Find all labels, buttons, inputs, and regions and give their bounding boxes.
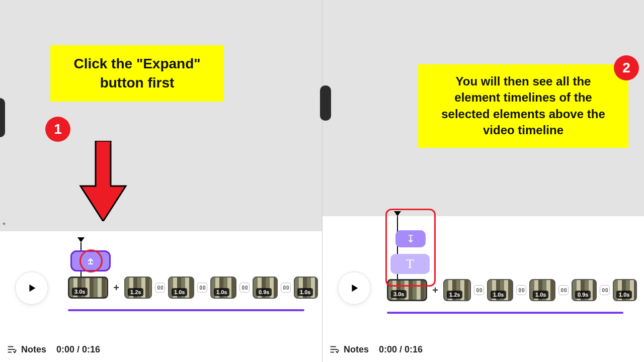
timeline-clip[interactable]: 1.0s [168, 277, 194, 299]
svg-marker-7 [352, 285, 358, 292]
annotation-arrow-down [78, 141, 128, 221]
timeline-clip[interactable]: 3.0s [387, 279, 427, 301]
notes-icon [6, 344, 17, 355]
notes-label: Notes [21, 344, 46, 355]
play-button[interactable] [15, 272, 48, 305]
expand-button[interactable] [70, 250, 111, 272]
time-display: 0:00 / 0:16 [379, 344, 423, 355]
notes-icon [329, 344, 340, 355]
notes-button[interactable]: Notes [329, 344, 369, 355]
transition-icon[interactable]: 0 0 [197, 283, 207, 293]
step-badge: 2 [614, 55, 639, 80]
step-badge: 1 [45, 117, 70, 142]
callout-text: You will then see all the element timeli… [441, 74, 605, 137]
svg-marker-0 [80, 141, 126, 221]
play-icon [26, 283, 37, 294]
svg-marker-2 [29, 285, 35, 292]
callout-box: Click the "Expand" button first [50, 45, 224, 102]
transition-icon[interactable]: 0 0 [281, 283, 291, 293]
timeline-clip[interactable]: 1.2s [124, 277, 152, 299]
time-display: 0:00 / 0:16 [56, 344, 100, 355]
expand-icon [86, 256, 96, 266]
transition-icon[interactable]: 0 0 [600, 285, 610, 295]
timeline-clip[interactable]: 0.9s [253, 277, 278, 299]
notes-button[interactable]: Notes [6, 344, 46, 355]
callout-text: Click the "Expand" button first [73, 56, 200, 90]
text-icon: T [406, 256, 414, 272]
collapse-icon: ↧ [407, 233, 415, 245]
play-icon [349, 283, 360, 294]
tutorial-panel-1: ◂ Click the "Expand" button first 1 3.0s… [0, 0, 322, 362]
canvas-area: ◂ [0, 0, 322, 229]
highlight-box [385, 209, 436, 287]
transition-icon[interactable]: 0 0 [558, 285, 569, 295]
timeline-area: ↧ T 3.0s + 1.2s 0 0 1.0s 0 0 1.0s 0 0 0.… [323, 216, 644, 362]
side-panel-toggle[interactable] [0, 98, 5, 137]
timeline-clip[interactable]: 1.0s [487, 279, 513, 301]
timeline-clips[interactable]: 3.0s + 1.2s 0 0 1.0s 0 0 1.0s 0 0 0.9s 0… [387, 279, 637, 301]
transition-icon[interactable]: 0 0 [516, 285, 526, 295]
text-element-track[interactable]: T [390, 254, 430, 274]
footer-bar: Notes 0:00 / 0:16 [329, 344, 423, 355]
timeline-clip[interactable]: 1.0s [613, 279, 637, 301]
timeline-clip[interactable]: 1.2s [443, 279, 471, 301]
add-clip-button[interactable]: + [111, 283, 121, 293]
play-button[interactable] [338, 272, 371, 305]
timeline-clip[interactable]: 1.0s [529, 279, 555, 301]
timeline-clip[interactable]: 1.0s [210, 277, 236, 299]
notes-label: Notes [344, 344, 369, 355]
side-panel-toggle[interactable] [320, 85, 331, 121]
scroll-left-icon: ◂ [2, 220, 5, 227]
callout-box: You will then see all the element timeli… [418, 64, 628, 148]
timeline-clip[interactable]: 3.0s [68, 277, 108, 299]
tutorial-panel-2: You will then see all the element timeli… [322, 0, 644, 362]
collapse-button[interactable]: ↧ [395, 230, 426, 247]
footer-bar: Notes 0:00 / 0:16 [6, 344, 100, 355]
audio-track[interactable] [68, 309, 304, 311]
timeline-area: 3.0s + 1.2s 0 0 1.0s 0 0 1.0s 0 0 0.9s 0… [0, 231, 322, 362]
transition-icon[interactable]: 0 0 [239, 283, 250, 293]
timeline-clip[interactable]: 0.9s [572, 279, 597, 301]
audio-track[interactable] [387, 312, 623, 314]
transition-icon[interactable]: 0 0 [155, 283, 165, 293]
transition-icon[interactable]: 0 0 [474, 285, 484, 295]
add-clip-button[interactable]: + [430, 285, 440, 295]
timeline-clips[interactable]: 3.0s + 1.2s 0 0 1.0s 0 0 1.0s 0 0 0.9s 0… [68, 277, 318, 299]
timeline-clip[interactable]: 1.0s [294, 277, 318, 299]
